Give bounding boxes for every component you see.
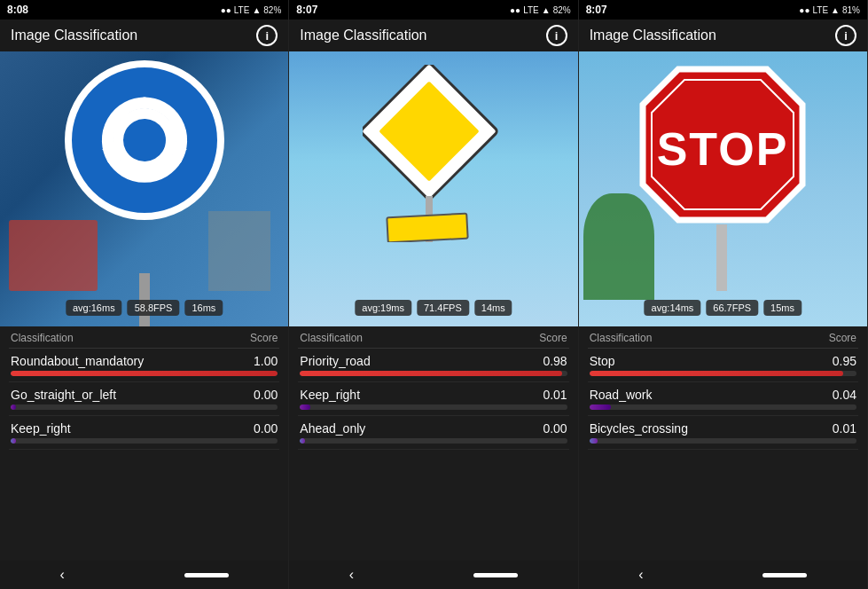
result-score-2-0: 0.98 <box>543 354 567 368</box>
result-row-1-2: Keep_right 0.00 <box>9 416 279 450</box>
result-row-2-1: Keep_right 0.01 <box>298 382 568 416</box>
battery-icon-3: 81% <box>842 5 860 15</box>
phone-panel-3: 8:07 ●● LTE ▲ 81% Image Classification i <box>579 0 868 589</box>
result-bar-fill-1-2 <box>11 438 16 444</box>
roundabout-arrows-svg <box>87 82 202 198</box>
phone-panel-1: 8:08 ●● LTE ▲ 82% Image Classification i <box>0 0 289 589</box>
app-header-1: Image Classification i <box>0 20 288 51</box>
info-icon-3[interactable]: i <box>835 25 856 46</box>
nav-bar-3: ‹ <box>579 561 867 589</box>
result-row-2-2: Ahead_only 0.00 <box>298 416 568 450</box>
battery-icon-2: 82% <box>553 5 571 15</box>
result-bar-fill-3-1 <box>590 404 611 410</box>
result-row-2-0: Priority_road 0.98 <box>298 349 568 382</box>
app-title-3: Image Classification <box>590 27 716 43</box>
status-icons-3: ●● LTE ▲ 81% <box>799 5 860 15</box>
result-bar-bg-1-2 <box>11 438 278 444</box>
result-name-2-2: Ahead_only <box>300 421 365 436</box>
result-bar-bg-2-2 <box>300 438 567 444</box>
camera-view-2: avg:19ms 71.4FPS 14ms <box>289 51 577 326</box>
roundabout-sign <box>65 60 224 220</box>
info-icon-1[interactable]: i <box>256 25 278 46</box>
status-bar-1: 8:08 ●● LTE ▲ 82% <box>0 0 288 20</box>
status-time-2: 8:07 <box>296 4 317 16</box>
signal-icon-3: ●● <box>799 5 809 15</box>
result-score-2-2: 0.00 <box>543 421 567 436</box>
status-time-1: 8:08 <box>7 4 28 16</box>
lte-icon-1: LTE <box>234 5 250 15</box>
perf-fps-1: 58.8FPS <box>128 300 180 316</box>
roundabout-circle <box>65 60 224 220</box>
status-bar-2: 8:07 ●● LTE ▲ 82% <box>289 0 577 20</box>
result-bar-bg-2-1 <box>300 404 567 410</box>
stop-sign-svg: STOP <box>638 60 807 291</box>
results-header-1: Classification Score <box>9 326 279 349</box>
result-score-3-0: 0.95 <box>833 354 856 368</box>
signal-icon-1: ●● <box>221 5 231 15</box>
result-bar-fill-3-0 <box>590 371 843 376</box>
score-header-1: Score <box>250 332 278 344</box>
status-icons-2: ●● LTE ▲ 82% <box>510 5 571 15</box>
nav-pill-2[interactable] <box>473 573 518 577</box>
results-header-2: Classification Score <box>298 326 568 349</box>
lte-icon-2: LTE <box>523 5 539 15</box>
result-score-2-1: 0.01 <box>543 388 567 402</box>
result-bar-fill-2-2 <box>300 438 305 444</box>
result-score-1-0: 1.00 <box>254 354 278 368</box>
results-area-1: Classification Score Roundabout_mandator… <box>0 326 288 561</box>
result-bar-bg-2-0 <box>300 371 567 376</box>
nav-pill-3[interactable] <box>762 573 807 577</box>
camera-view-3: STOP avg:14ms 66.7FPS 15ms <box>579 51 867 326</box>
signal-bars-3: ▲ <box>831 5 840 15</box>
nav-pill-1[interactable] <box>184 573 229 577</box>
signal-bars-1: ▲ <box>252 5 261 15</box>
result-name-3-2: Bicycles_crossing <box>590 421 688 436</box>
classification-header-3: Classification <box>590 332 653 344</box>
perf-avg-3: avg:14ms <box>645 300 701 316</box>
result-bar-bg-3-0 <box>590 371 856 376</box>
result-bar-fill-3-2 <box>590 438 598 444</box>
signal-icon-2: ●● <box>510 5 520 15</box>
back-button-1[interactable]: ‹ <box>60 567 65 583</box>
result-bar-fill-2-0 <box>300 371 561 376</box>
status-time-3: 8:07 <box>586 4 607 16</box>
back-button-2[interactable]: ‹ <box>349 567 354 583</box>
result-name-1-0: Roundabout_mandatory <box>11 354 144 368</box>
results-area-2: Classification Score Priority_road 0.98 … <box>289 326 577 561</box>
result-bar-fill-1-0 <box>11 371 278 376</box>
bg-poster-2 <box>208 211 270 291</box>
priority-sign-container <box>363 65 504 246</box>
svg-rect-6 <box>716 224 727 291</box>
signal-bars-2: ▲ <box>542 5 551 15</box>
perf-fps-2: 71.4FPS <box>417 300 469 316</box>
info-icon-2[interactable]: i <box>546 25 567 46</box>
svg-text:STOP: STOP <box>657 123 789 175</box>
result-row-3-2: Bicycles_crossing 0.01 <box>588 416 858 450</box>
score-header-3: Score <box>829 332 856 344</box>
battery-icon-1: 82% <box>263 5 281 15</box>
result-score-3-2: 0.01 <box>833 421 856 436</box>
app-header-2: Image Classification i <box>289 20 577 51</box>
app-title-1: Image Classification <box>11 27 137 43</box>
result-name-2-1: Keep_right <box>300 388 360 402</box>
result-row-1-0: Roundabout_mandatory 1.00 <box>9 349 279 382</box>
svg-rect-5 <box>387 214 467 242</box>
result-name-1-2: Keep_right <box>11 421 71 436</box>
result-bar-bg-3-1 <box>590 404 856 410</box>
result-name-3-0: Stop <box>590 354 615 368</box>
status-icons-1: ●● LTE ▲ 82% <box>221 5 282 15</box>
nav-bar-2: ‹ <box>289 561 577 589</box>
result-bar-fill-1-1 <box>11 404 16 410</box>
result-score-1-1: 0.00 <box>254 388 278 402</box>
result-score-3-1: 0.04 <box>833 388 856 402</box>
back-button-3[interactable]: ‹ <box>638 567 643 583</box>
result-row-1-1: Go_straight_or_left 0.00 <box>9 382 279 416</box>
perf-ms-3: 15ms <box>763 300 802 316</box>
perf-fps-3: 66.7FPS <box>706 300 758 316</box>
result-name-3-1: Road_work <box>590 388 653 402</box>
nav-bar-1: ‹ <box>0 561 288 589</box>
app-header-3: Image Classification i <box>579 20 867 51</box>
lte-icon-3: LTE <box>812 5 828 15</box>
perf-avg-1: avg:16ms <box>66 300 122 316</box>
classification-header-2: Classification <box>300 332 363 344</box>
